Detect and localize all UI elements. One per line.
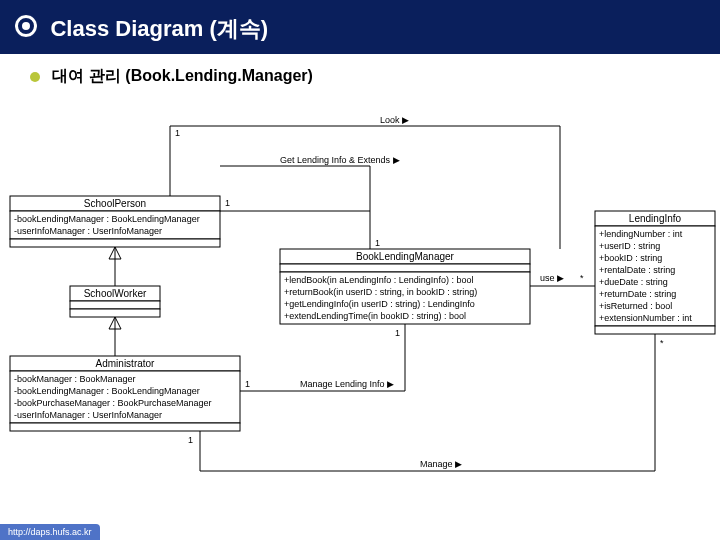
attr: +userID : string [599,241,660,251]
attr: -userInfoManager : UserInfoManager [14,226,162,236]
class-school-person: SchoolPerson -bookLendingManager : BookL… [10,196,220,247]
svg-rect-7 [70,309,160,317]
mult-star: * [580,273,584,283]
class-book-lending-manager: BookLendingManager +lendBook(in aLending… [280,249,530,324]
attr: +dueDate : string [599,277,668,287]
mult-one: 1 [245,379,250,389]
mult-one: 1 [188,435,193,445]
svg-rect-12 [10,423,240,431]
mult-one: 1 [395,328,400,338]
class-name: BookLendingManager [356,251,455,262]
svg-rect-19 [595,326,715,334]
class-name: SchoolPerson [84,198,146,209]
rel-manage-info: Manage Lending Info ▶ [300,379,394,389]
class-school-worker: SchoolWorker [70,286,160,317]
rel-get-info: Get Lending Info & Extends ▶ [280,155,400,165]
attr: +isReturned : bool [599,301,672,311]
rel-look: Look ▶ [380,115,409,125]
op: +returnBook(in userID : string, in bookI… [284,287,477,297]
rel-use: use ▶ [540,273,564,283]
sub-title: 대여 관리 (Book.Lending.Manager) [52,67,312,84]
subheader: 대여 관리 (Book.Lending.Manager) [0,54,720,91]
attr: -bookPurchaseManager : BookPurchaseManag… [14,398,212,408]
class-name: SchoolWorker [84,288,147,299]
svg-rect-2 [10,239,220,247]
attr: -bookLendingManager : BookLendingManager [14,214,200,224]
attr: +bookID : string [599,253,662,263]
attr: -bookLendingManager : BookLendingManager [14,386,200,396]
op: +getLendingInfo(in userID : string) : Le… [284,299,475,309]
mult-one: 1 [175,128,180,138]
op: +extendLendingTime(in bookID : string) :… [284,311,466,321]
op: +lendBook(in aLendingInfo : LendingInfo)… [284,275,473,285]
class-name: LendingInfo [629,213,682,224]
attr: -userInfoManager : UserInfoManager [14,410,162,420]
attr: +lendingNumber : int [599,229,683,239]
mult-one: 1 [375,238,380,248]
sub-bullet-icon [30,72,40,82]
svg-rect-14 [280,264,530,272]
class-name: Administrator [96,358,156,369]
attr: +extensionNumber : int [599,313,692,323]
slide-title: Class Diagram (계속) [50,16,268,41]
slide-header: Class Diagram (계속) [0,0,720,54]
mult-one: 1 [225,198,230,208]
rel-manage: Manage ▶ [420,459,462,469]
attr: +returnDate : string [599,289,676,299]
bullet-icon [12,12,40,40]
attr: -bookManager : BookManager [14,374,136,384]
class-administrator: Administrator -bookManager : BookManager… [10,356,240,431]
attr: +rentalDate : string [599,265,675,275]
class-lending-info: LendingInfo +lendingNumber : int +userID… [595,211,715,334]
svg-rect-6 [70,301,160,309]
footer-url: http://daps.hufs.ac.kr [0,524,100,540]
class-diagram: 1 Look ▶ Get Lending Info & Extends ▶ 1 … [0,91,720,521]
mult-star: * [660,338,664,348]
